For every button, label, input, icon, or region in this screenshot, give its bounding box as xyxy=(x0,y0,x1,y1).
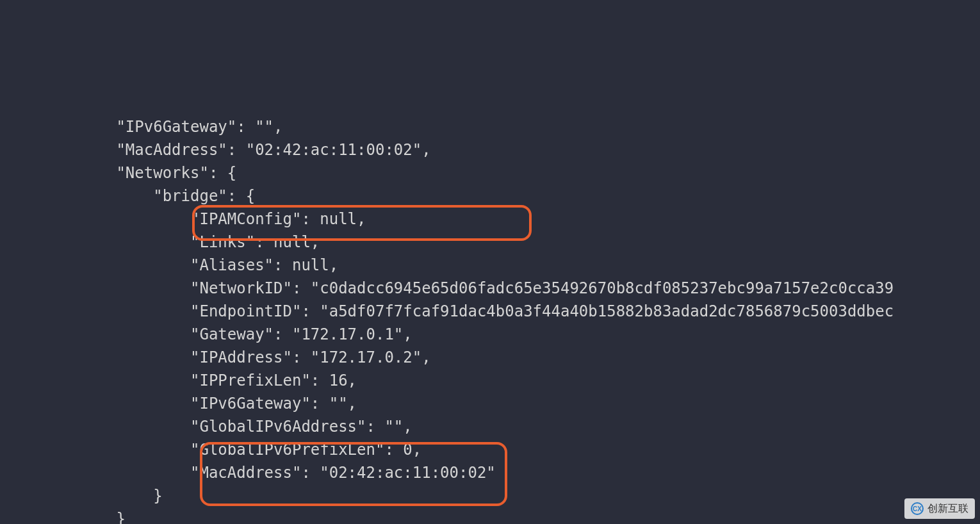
watermark-text: 创新互联 xyxy=(927,501,968,516)
output-line: "Networks": { xyxy=(5,164,236,182)
output-line: "Links": null, xyxy=(5,233,320,251)
output-line: } xyxy=(5,510,126,524)
terminal-output[interactable]: "IPv6Gateway": "", "MacAddress": "02:42:… xyxy=(0,92,980,524)
output-line: "Gateway": "172.17.0.1", xyxy=(5,325,412,343)
output-line: "GlobalIPv6PrefixLen": 0, xyxy=(5,441,421,459)
watermark-icon: CX xyxy=(911,502,924,515)
output-line: "NetworkID": "c0dadcc6945e65d06fadc65e35… xyxy=(5,279,894,297)
output-line: "IPPrefixLen": 16, xyxy=(5,372,357,389)
output-line-ipaddress: "IPAddress": "172.17.0.2", xyxy=(5,348,431,366)
watermark: CX 创新互联 xyxy=(904,498,975,519)
output-line: "Aliases": null, xyxy=(5,256,338,274)
output-line: } xyxy=(5,487,163,505)
output-line: "MacAddress": "02:42:ac:11:00:02" xyxy=(5,464,496,482)
output-line: "EndpointID": "a5df07f7fcaf91dac4b0a3f44… xyxy=(5,302,894,320)
output-line: "IPv6Gateway": "", xyxy=(5,118,282,136)
output-line: "MacAddress": "02:42:ac:11:00:02", xyxy=(5,141,431,159)
output-line: "bridge": { xyxy=(5,187,255,205)
output-line: "GlobalIPv6Address": "", xyxy=(5,418,412,436)
output-line: "IPv6Gateway": "", xyxy=(5,395,357,413)
output-line: "IPAMConfig": null, xyxy=(5,210,366,228)
